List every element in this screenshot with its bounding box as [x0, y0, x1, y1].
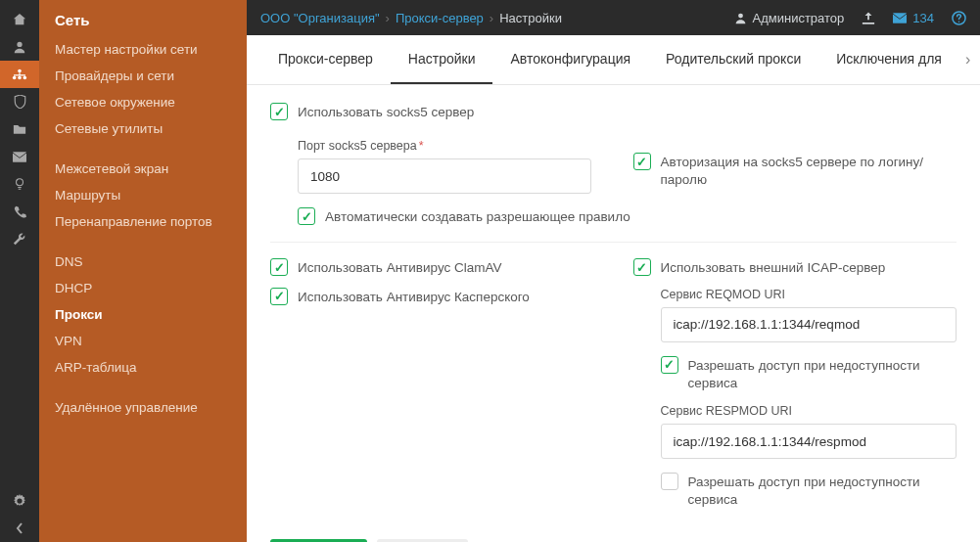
- label-reqmod-bypass: Разрешать доступ при недоступности серви…: [688, 356, 957, 392]
- label-respmod-bypass: Разрешать доступ при недоступности серви…: [688, 473, 957, 509]
- tab[interactable]: Исключения для: [818, 35, 959, 84]
- tab[interactable]: Прокси-сервер: [260, 35, 391, 84]
- checkbox-socks5-auth[interactable]: [633, 153, 651, 170]
- sidebar-item[interactable]: Удалённое управление: [39, 394, 247, 421]
- sidebar-item[interactable]: VPN: [39, 328, 247, 354]
- sidebar-item[interactable]: Провайдеры и сети: [39, 63, 247, 89]
- upload-icon: [862, 12, 875, 24]
- user-icon: [734, 12, 747, 24]
- checkbox-auto-rule[interactable]: [298, 207, 315, 225]
- phone-icon[interactable]: [0, 198, 39, 225]
- sidebar-header: Сеть: [39, 8, 247, 36]
- iconbar: [0, 0, 39, 542]
- sidebar-item[interactable]: DNS: [39, 248, 247, 275]
- svg-rect-8: [893, 13, 907, 23]
- label-use-socks5: Использовать socks5 сервер: [298, 103, 474, 121]
- home-icon[interactable]: [0, 6, 39, 33]
- sidebar-item[interactable]: Маршруты: [39, 182, 247, 208]
- checkbox-reqmod-bypass[interactable]: [661, 356, 678, 374]
- gear-icon[interactable]: [0, 487, 39, 515]
- input-port[interactable]: [298, 158, 591, 194]
- sidebar-item[interactable]: ARP-таблица: [39, 354, 247, 381]
- mail-icon[interactable]: [0, 143, 39, 170]
- breadcrumb-sep: ›: [490, 11, 493, 25]
- svg-point-3: [18, 76, 22, 80]
- label-icap: Использовать внешний ICAP-сервер: [661, 258, 886, 277]
- main: ООО "Организация" › Прокси-сервер › Наст…: [247, 0, 980, 542]
- upload-button[interactable]: [862, 12, 875, 24]
- breadcrumb-sep: ›: [386, 11, 390, 25]
- sidebar-item[interactable]: DHCP: [39, 275, 247, 301]
- label-respmod: Сервис RESPMOD URI: [661, 404, 957, 418]
- shield-icon[interactable]: [0, 88, 39, 115]
- help-icon: [952, 11, 966, 25]
- mail-icon: [893, 13, 907, 23]
- svg-point-4: [23, 76, 27, 80]
- topbar: ООО "Организация" › Прокси-сервер › Наст…: [247, 0, 980, 35]
- tabs-scroll-right[interactable]: ›: [959, 51, 976, 68]
- user-label: Администратор: [753, 11, 845, 25]
- svg-point-6: [17, 179, 23, 186]
- tab[interactable]: Настройки: [391, 35, 493, 84]
- wrench-icon[interactable]: [0, 225, 39, 252]
- save-button[interactable]: Сохранить: [270, 539, 367, 542]
- label-socks5-auth: Авторизация на socks5 сервере по логину/…: [661, 153, 957, 189]
- svg-point-1: [18, 69, 22, 73]
- user-icon[interactable]: [0, 33, 39, 61]
- content: Использовать socks5 сервер Порт socks5 с…: [247, 85, 980, 542]
- label-kaspersky: Использовать Антивирус Касперского: [298, 288, 530, 306]
- sidebar-item[interactable]: Сетевые утилиты: [39, 115, 247, 142]
- refresh-button[interactable]: Обновить: [377, 539, 468, 542]
- label-port: Порт socks5 сервера*: [298, 139, 594, 153]
- svg-point-0: [17, 42, 22, 47]
- svg-rect-5: [13, 152, 26, 162]
- label-auto-rule: Автоматически создавать разрешающее прав…: [325, 207, 630, 226]
- checkbox-kaspersky[interactable]: [270, 288, 288, 305]
- checkbox-icap[interactable]: [633, 258, 651, 276]
- label-reqmod: Сервис REQMOD URI: [661, 288, 957, 301]
- divider: [270, 242, 957, 243]
- help-button[interactable]: [952, 11, 966, 25]
- checkbox-clamav[interactable]: [270, 258, 288, 276]
- chevron-left-icon[interactable]: [0, 515, 39, 542]
- sidebar-item[interactable]: Межсетевой экран: [39, 156, 247, 182]
- label-clamav: Использовать Антивирус ClamAV: [298, 258, 502, 277]
- sidebar-item[interactable]: Перенаправление портов: [39, 208, 247, 235]
- input-respmod[interactable]: [661, 424, 957, 459]
- breadcrumb-settings: Настройки: [499, 11, 562, 25]
- checkbox-respmod-bypass[interactable]: [661, 473, 678, 490]
- sidebar: Сеть Мастер настройки сетиПровайдеры и с…: [39, 0, 247, 542]
- folder-icon[interactable]: [0, 115, 39, 143]
- mail-count: 134: [912, 11, 934, 25]
- sidebar-item[interactable]: Сетевое окружение: [39, 89, 247, 115]
- sidebar-item[interactable]: Прокси: [39, 301, 247, 328]
- input-reqmod[interactable]: [661, 307, 957, 342]
- tab[interactable]: Автоконфигурация: [492, 35, 648, 84]
- user-menu[interactable]: Администратор: [734, 11, 845, 25]
- breadcrumb-proxy[interactable]: Прокси-сервер: [396, 11, 484, 25]
- breadcrumb-org[interactable]: ООО "Организация": [260, 11, 380, 25]
- sidebar-item[interactable]: Мастер настройки сети: [39, 36, 247, 63]
- svg-point-7: [738, 13, 743, 18]
- mail-button[interactable]: 134: [893, 11, 934, 25]
- network-icon[interactable]: [0, 61, 39, 88]
- tab[interactable]: Родительский прокси: [648, 35, 818, 84]
- svg-point-2: [13, 76, 17, 80]
- checkbox-use-socks5[interactable]: [270, 103, 288, 120]
- tabs: Прокси-серверНастройкиАвтоконфигурацияРо…: [247, 35, 980, 85]
- bulb-icon[interactable]: [0, 170, 39, 198]
